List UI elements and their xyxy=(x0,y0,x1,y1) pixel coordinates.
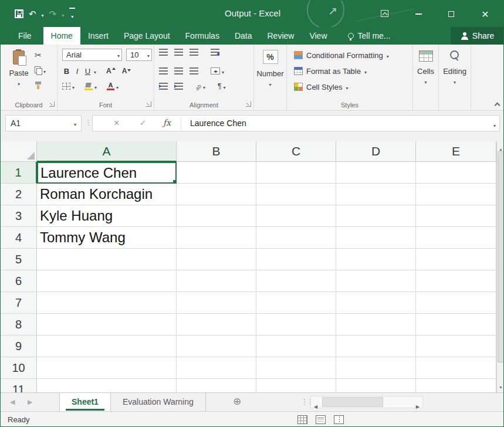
cell-E4[interactable] xyxy=(416,227,496,249)
horizontal-scrollbar-thumb[interactable] xyxy=(322,397,383,407)
vertical-scrollbar-thumb[interactable] xyxy=(498,151,504,362)
decrease-font-size-button[interactable] xyxy=(122,67,131,75)
cell-D10[interactable] xyxy=(336,357,416,379)
cell-C11[interactable] xyxy=(256,379,336,392)
maximize-button[interactable] xyxy=(438,1,464,27)
fill-color-dropdown-icon[interactable] xyxy=(94,81,97,92)
cell-C1[interactable] xyxy=(256,162,336,184)
column-header-C[interactable]: C xyxy=(256,141,336,162)
cell-B1[interactable] xyxy=(177,162,256,184)
select-all-corner[interactable] xyxy=(1,141,37,162)
borders-dropdown-icon[interactable] xyxy=(72,81,75,92)
tab-page-layout[interactable]: Page Layout xyxy=(116,27,178,45)
row-header-8[interactable]: 8 xyxy=(1,314,37,336)
underline-button[interactable]: U xyxy=(83,67,92,76)
cut-button[interactable]: ✂ xyxy=(35,50,46,60)
close-button[interactable] xyxy=(470,1,500,27)
formula-bar-splitter[interactable] xyxy=(84,118,92,127)
bold-button[interactable]: B xyxy=(62,67,71,76)
row-header-11[interactable]: 11 xyxy=(1,379,37,392)
align-center-icon[interactable] xyxy=(174,67,183,74)
cell-D2[interactable] xyxy=(336,184,416,205)
cell-A11[interactable] xyxy=(37,379,177,392)
cell-E3[interactable] xyxy=(416,205,496,227)
paste-button[interactable]: Paste xyxy=(5,48,32,94)
text-direction-icon[interactable]: ¶ xyxy=(218,82,221,90)
cell-C9[interactable] xyxy=(256,336,336,357)
cell-A7[interactable] xyxy=(37,292,177,314)
insert-function-icon[interactable]: ƒx xyxy=(163,118,171,127)
cell-E11[interactable] xyxy=(416,379,496,392)
cell-E10[interactable] xyxy=(416,357,496,379)
cell-B10[interactable] xyxy=(177,357,256,379)
cell-C8[interactable] xyxy=(256,314,336,336)
row-header-4[interactable]: 4 xyxy=(1,227,37,249)
cell-E6[interactable] xyxy=(416,270,496,292)
cell-C2[interactable] xyxy=(256,184,336,205)
alignment-dialog-launcher[interactable] xyxy=(246,101,251,107)
tab-view[interactable]: View xyxy=(302,27,334,45)
cell-D8[interactable] xyxy=(336,314,416,336)
cell-A2[interactable]: Roman Korchagin xyxy=(37,184,177,205)
scroll-right-icon[interactable] xyxy=(416,400,420,411)
cell-D7[interactable] xyxy=(336,292,416,314)
align-middle-icon[interactable] xyxy=(174,49,183,56)
scroll-left-icon[interactable] xyxy=(314,400,317,411)
orientation-dropdown-icon[interactable] xyxy=(203,81,205,92)
cell-styles-button[interactable]: Cell Styles xyxy=(294,81,410,93)
align-left-icon[interactable] xyxy=(159,67,168,74)
font-color-icon[interactable] xyxy=(107,82,114,90)
cell-E8[interactable] xyxy=(416,314,496,336)
enter-icon[interactable]: ✓ xyxy=(140,118,146,127)
cell-A10[interactable] xyxy=(37,357,177,379)
cell-E5[interactable] xyxy=(416,249,496,270)
sheet-nav-right-icon[interactable] xyxy=(28,398,32,406)
cell-B9[interactable] xyxy=(177,336,256,357)
name-box-dropdown-icon[interactable] xyxy=(74,118,76,128)
scroll-down-icon[interactable] xyxy=(497,381,504,391)
align-top-icon[interactable] xyxy=(159,49,168,56)
tab-review[interactable]: Review xyxy=(260,27,302,45)
row-header-2[interactable]: 2 xyxy=(1,184,37,205)
sheet-nav-left-icon[interactable] xyxy=(10,398,15,406)
view-page-break-button[interactable] xyxy=(334,415,344,424)
cell-B6[interactable] xyxy=(177,270,256,292)
cell-A1[interactable]: Laurence Chen xyxy=(37,162,177,184)
row-header-1[interactable]: 1 xyxy=(1,162,37,184)
cell-D6[interactable] xyxy=(336,270,416,292)
merge-center-icon[interactable] xyxy=(211,67,220,74)
column-header-E[interactable]: E xyxy=(416,141,496,162)
cell-C5[interactable] xyxy=(256,249,336,270)
tell-me-box[interactable]: Tell me... xyxy=(341,27,398,45)
tab-data[interactable]: Data xyxy=(227,27,260,45)
tab-file[interactable]: File xyxy=(9,27,41,45)
increase-indent-icon[interactable] xyxy=(174,83,183,90)
horizontal-scrollbar[interactable] xyxy=(310,396,423,408)
underline-dropdown-icon[interactable] xyxy=(94,66,96,76)
font-name-combo[interactable]: Arial xyxy=(62,49,122,61)
italic-button[interactable]: I xyxy=(73,67,82,76)
column-header-D[interactable]: D xyxy=(336,141,416,162)
wrap-text-icon[interactable] xyxy=(211,49,219,56)
font-color-dropdown-icon[interactable] xyxy=(116,81,119,92)
row-header-7[interactable]: 7 xyxy=(1,292,37,314)
collapse-ribbon-icon[interactable] xyxy=(494,101,500,107)
row-header-9[interactable]: 9 xyxy=(1,336,37,357)
column-header-B[interactable]: B xyxy=(177,141,256,162)
cell-B5[interactable] xyxy=(177,249,256,270)
ribbon-display-options-icon[interactable] xyxy=(381,10,388,17)
cell-D4[interactable] xyxy=(336,227,416,249)
copy-button[interactable] xyxy=(35,65,46,75)
cell-E7[interactable] xyxy=(416,292,496,314)
vertical-scrollbar[interactable] xyxy=(496,141,504,392)
align-bottom-icon[interactable] xyxy=(190,49,198,56)
cell-A4[interactable]: Tommy Wang xyxy=(37,227,177,249)
cell-D5[interactable] xyxy=(336,249,416,270)
orientation-icon[interactable] xyxy=(195,81,201,92)
row-header-3[interactable]: 3 xyxy=(1,205,37,227)
row-header-6[interactable]: 6 xyxy=(1,270,37,292)
cell-B3[interactable] xyxy=(177,205,256,227)
cell-B11[interactable] xyxy=(177,379,256,392)
cell-A3[interactable]: Kyle Huang xyxy=(37,205,177,227)
row-header-5[interactable]: 5 xyxy=(1,249,37,270)
